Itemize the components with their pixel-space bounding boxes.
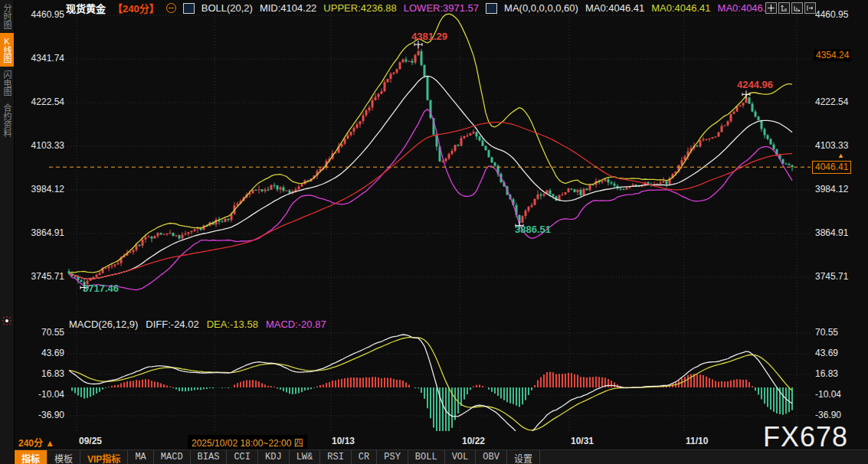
price-tick-right: 3984.12 bbox=[815, 185, 848, 194]
boll-upper-value: UPPER:4236.88 bbox=[323, 2, 396, 14]
toolbar-tab-设置[interactable]: 设置 bbox=[507, 450, 540, 464]
indicator-legend: 现货黄金 【240分】 BOLL(20,2) MID:4104.22 UPPER… bbox=[66, 2, 777, 14]
macd-macd-value: MACD:-20.87 bbox=[266, 319, 326, 330]
sidebar-tab-time-chart[interactable]: 分时图 bbox=[0, 0, 14, 33]
annotation-low-left: 3717.46 bbox=[83, 283, 119, 294]
toolbar-tab-RSI[interactable]: RSI bbox=[320, 450, 352, 464]
ma0-yellow-value: MA0:4046.41 bbox=[651, 2, 710, 14]
toolbar-tab-指标[interactable]: 指标 bbox=[15, 450, 47, 464]
price-tick-right: 4460.95 bbox=[815, 10, 848, 20]
alert-dot bbox=[5, 319, 8, 322]
toolbar-tab-KDJ[interactable]: KDJ bbox=[258, 450, 290, 464]
toolbar-tab-LW&[interactable]: LW& bbox=[290, 450, 321, 464]
toolbar-tab-VIP指标[interactable]: VIP指标 bbox=[80, 450, 128, 464]
collapse-icon[interactable] bbox=[166, 3, 176, 13]
chart-tools bbox=[765, 2, 816, 14]
toolbar-tab-模板[interactable]: 模板 bbox=[47, 450, 80, 464]
annotation-low-mid: 3886.51 bbox=[515, 224, 551, 235]
alert-burst-icon[interactable] bbox=[3, 317, 11, 325]
boll-indicator-icon[interactable] bbox=[183, 3, 195, 14]
x-axis-label: 09/25 bbox=[79, 436, 102, 446]
toolbar-tab-MA[interactable]: MA bbox=[128, 450, 153, 464]
sidebar-tab-kline-chart[interactable]: K线图 bbox=[0, 33, 14, 67]
macd-tick-right: 70.55 bbox=[815, 328, 838, 338]
macd-name: MACD(26,12,9) bbox=[69, 319, 138, 330]
crosshair-tool-icon[interactable] bbox=[765, 2, 777, 14]
toolbar-tab-VOL[interactable]: VOL bbox=[445, 450, 477, 464]
macd-diff-value: DIFF:-24.02 bbox=[146, 319, 198, 330]
toolbar-tab-BIAS[interactable]: BIAS bbox=[191, 450, 228, 464]
toolbar-tab-MACD[interactable]: MACD bbox=[154, 450, 191, 464]
toolbar-tab-CR[interactable]: CR bbox=[352, 450, 377, 464]
price-up-arrow-icon: ▲ bbox=[837, 152, 844, 159]
sidebar-tab-contract-info[interactable]: 合约资料 bbox=[0, 100, 14, 141]
candle-time-tooltip: 2025/10/02 18:00~22:00 四 bbox=[188, 435, 307, 449]
x-axis-label: 10/22 bbox=[462, 436, 485, 446]
indicator-toolbar: 指标模板VIP指标MAMACDBIASCCIKDJLW&RSICRPSYBOLL… bbox=[15, 449, 868, 464]
x-axis-label: 10/31 bbox=[571, 436, 594, 446]
toolbar-tab-PSY[interactable]: PSY bbox=[377, 450, 408, 464]
annotation-high-recent: 4244.96 bbox=[737, 79, 773, 90]
candlestick-chart[interactable] bbox=[0, 0, 868, 464]
price-tick-right: 3864.91 bbox=[815, 228, 848, 238]
session-high-tag: 4354.24 bbox=[814, 49, 851, 61]
zoom-vertical-icon[interactable] bbox=[778, 2, 790, 14]
price-tick-right: 3745.71 bbox=[815, 272, 848, 282]
ma-name: MA(0,0,0,0,0,60) bbox=[504, 2, 578, 14]
boll-mid-value: MID:4104.22 bbox=[260, 2, 316, 14]
x-axis-label: 11/10 bbox=[686, 436, 708, 446]
boll-lower-value: LOWER:3971.57 bbox=[404, 2, 479, 14]
period-label: 【240分】 bbox=[113, 1, 159, 15]
price-tick-right: 4103.33 bbox=[815, 141, 848, 151]
macd-tick-right: 43.69 bbox=[815, 348, 838, 358]
macd-tick-right: 16.83 bbox=[815, 369, 838, 379]
sidebar-tab-lightning-chart[interactable]: 闪电图 bbox=[0, 67, 14, 100]
x-axis-label: 10/13 bbox=[332, 436, 355, 446]
macd-legend: MACD(26,12,9) DIFF:-24.02 DEA:-13.58 MAC… bbox=[69, 319, 326, 330]
macd-tick-right: -10.04 bbox=[815, 390, 841, 400]
toolbar-tab-OBV[interactable]: OBV bbox=[476, 450, 507, 464]
macd-dea-value: DEA:-13.58 bbox=[207, 319, 258, 330]
ma0-white-value: MA0:4046.41 bbox=[585, 2, 644, 14]
current-price-tag: 4046.41 bbox=[812, 161, 851, 174]
annotation-high-peak: 4381.29 bbox=[411, 31, 447, 42]
toolbar-tab-CCI[interactable]: CCI bbox=[227, 450, 258, 464]
price-tick-right: 4222.54 bbox=[815, 97, 848, 107]
ma-indicator-icon[interactable] bbox=[486, 3, 497, 14]
chart-type-sidebar: 分时图K线图闪电图合约资料 bbox=[0, 0, 15, 464]
zoom-horizontal-icon[interactable] bbox=[791, 2, 803, 14]
x-axis: 240分 ▲ 2025/10/02 18:00~22:00 四 09/2510/… bbox=[15, 434, 868, 449]
period-selector[interactable]: 240分 ▲ bbox=[18, 436, 54, 449]
watermark: FX678 bbox=[763, 421, 848, 453]
macd-tick-right: -36.90 bbox=[815, 410, 841, 420]
pan-right-icon[interactable] bbox=[804, 2, 816, 14]
symbol-name: 现货黄金 bbox=[66, 1, 106, 15]
boll-name: BOLL(20,2) bbox=[201, 2, 253, 14]
toolbar-tab-BOLL[interactable]: BOLL bbox=[408, 450, 445, 464]
